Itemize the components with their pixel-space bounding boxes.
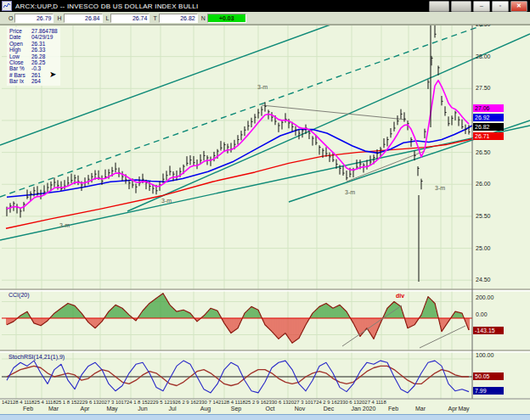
- app-icon: [2, 1, 12, 11]
- info-row: Bar Ix264: [9, 78, 58, 84]
- cci-panel-label: CCI(20): [8, 292, 30, 298]
- chart-canvas[interactable]: [0, 0, 530, 420]
- x-axis-month-label: Feb: [23, 406, 33, 412]
- info-row: Open26.31: [9, 41, 58, 47]
- x-axis-month-label: Oct: [266, 406, 275, 412]
- info-row: High26.33: [9, 47, 58, 53]
- x-axis-month-label: Aug: [200, 406, 211, 412]
- quote-field-label: H: [57, 15, 61, 21]
- x-axis-month-label: Apr: [81, 406, 90, 412]
- x-axis-month-label: May: [106, 406, 117, 412]
- x-axis-month-label: Feb: [388, 406, 398, 412]
- quote-field-value: 26.84: [64, 14, 103, 23]
- close-button[interactable]: ✕: [510, 1, 527, 12]
- app-window: ARCX:UUP,D -- INVESCO DB US DOLLAR INDEX…: [0, 0, 530, 420]
- restore-button[interactable]: ▫: [492, 1, 509, 12]
- quote-field-label: T: [153, 15, 156, 21]
- price-flag: 26.71: [473, 132, 504, 140]
- price-axis-tick: 27.50: [476, 85, 491, 91]
- x-axis-month-label: Apr: [448, 406, 458, 412]
- quote-strip: O26.79H26.84L26.74T26.82N+0.03: [0, 12, 530, 25]
- quote-field-value: 26.79: [14, 14, 54, 23]
- cci-divergence-label: div: [396, 293, 404, 299]
- titlebar[interactable]: ARCX:UUP,D -- INVESCO DB US DOLLAR INDEX…: [0, 0, 530, 12]
- stoch-axis-tick: 100.00: [476, 352, 493, 358]
- quote-field-label: L: [106, 15, 110, 21]
- cci-axis-tick: 0.00: [476, 311, 488, 317]
- x-axis-month-label: Dec: [324, 406, 334, 412]
- info-row: Close26.25: [9, 59, 58, 65]
- x-axis-month-label: Jan 2020: [352, 406, 376, 412]
- quote-field-value: 26.82: [159, 14, 198, 23]
- mouse-cursor: ➤: [49, 70, 56, 79]
- info-row: Date04/29/19: [9, 34, 58, 40]
- quote-field-label: O: [8, 15, 13, 21]
- price-axis-tick: 25.00: [476, 245, 491, 251]
- quote-field-value: +0.03: [207, 14, 246, 23]
- stoch-panel-label: StochRSI(14,21(1),9): [8, 354, 65, 360]
- x-axis-month-label: Jun: [138, 406, 147, 412]
- x-axis-month-label: Jul: [169, 406, 177, 412]
- x-axis-month-label: Mar: [415, 406, 426, 412]
- x-axis-day-numbers: 142128 4 111825 4 111825 1 8 152229 6 13…: [2, 400, 465, 405]
- stoch-value-flag: 7.99: [473, 387, 504, 395]
- price-axis-tick: 28.00: [476, 53, 491, 59]
- cci-value-flag: -143.15: [473, 327, 504, 334]
- cci-axis-tick: 200.00: [476, 294, 493, 300]
- trendline-annotation: 3-m: [435, 185, 445, 191]
- price-axis-tick: 24.50: [476, 277, 491, 283]
- x-axis-month-label: May: [458, 406, 469, 412]
- price-axis-tick: 26.50: [476, 149, 491, 155]
- stoch-value-flag: 50.05: [473, 372, 504, 380]
- x-axis-month-label: Sep: [231, 406, 241, 412]
- quote-field-label: N: [201, 15, 206, 21]
- info-row: Low26.28: [9, 53, 58, 59]
- trendline-annotation: 3-m: [257, 84, 268, 90]
- trendline-annotation: 3-m: [345, 189, 355, 195]
- trendline-annotation: 3-m: [59, 222, 70, 228]
- quote-field-value: 26.74: [110, 14, 149, 23]
- trendline-annotation: 3-m: [161, 198, 172, 204]
- price-axis-tick: 25.50: [476, 213, 491, 219]
- toolbar-button-right[interactable]: [451, 1, 471, 12]
- price-axis-tick: 26.00: [476, 181, 491, 187]
- bottom-window-border: [0, 414, 530, 420]
- price-flag: 27.06: [473, 104, 504, 112]
- info-row: Price27.864788: [9, 28, 58, 34]
- price-flag: 26.92: [473, 114, 504, 121]
- price-flag: 26.82: [473, 123, 504, 131]
- toolbar-button-left[interactable]: [429, 1, 449, 12]
- minimize-button[interactable]: –: [473, 1, 490, 12]
- x-axis-month-label: Nov: [295, 406, 305, 412]
- x-axis-month-label: Mar: [48, 406, 59, 412]
- window-title: ARCX:UUP,D -- INVESCO DB US DOLLAR INDEX…: [15, 3, 198, 10]
